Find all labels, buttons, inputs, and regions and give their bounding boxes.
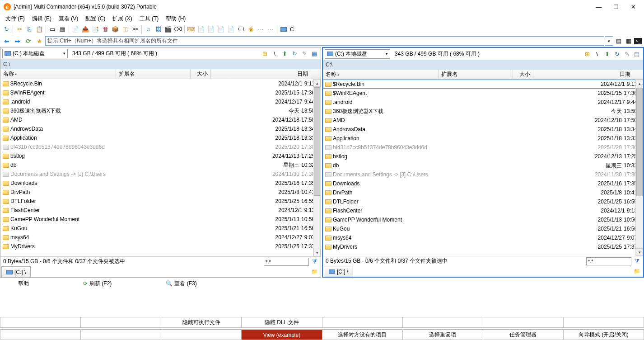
refresh-panel-icon[interactable]: ↻ bbox=[290, 49, 299, 58]
wand-icon[interactable]: ✎ bbox=[300, 49, 309, 58]
new-file-icon[interactable]: 📄 bbox=[71, 25, 80, 34]
doc3-icon[interactable]: 📄 bbox=[216, 25, 225, 34]
dots-icon[interactable]: ⋯ bbox=[256, 25, 265, 34]
select-all-icon[interactable]: ▦ bbox=[58, 25, 67, 34]
maximize-button[interactable]: ☐ bbox=[611, 2, 621, 11]
file-row[interactable]: $WinREAgent 2025/1/1517:36 bbox=[0, 88, 321, 97]
tree-icon[interactable]: ⊞ bbox=[583, 49, 592, 58]
minimize-button[interactable]: — bbox=[594, 2, 603, 11]
scroll-down-icon[interactable]: ▾ bbox=[636, 248, 643, 256]
col-size[interactable]: 大小 bbox=[513, 70, 533, 79]
scroll-thumb[interactable] bbox=[636, 88, 643, 196]
bottom-button[interactable]: 隐藏可执行文件 bbox=[161, 317, 242, 328]
col-size[interactable]: 大小 bbox=[191, 69, 211, 79]
kb-icon[interactable]: ⌨ bbox=[187, 25, 196, 34]
doc4-icon[interactable]: 📄 bbox=[226, 25, 235, 34]
forward-button[interactable]: ➡ bbox=[13, 36, 23, 46]
path-bar[interactable]: C:\ bbox=[323, 60, 643, 70]
address-dropdown[interactable]: ▾ bbox=[605, 36, 613, 46]
bottom-button[interactable] bbox=[0, 317, 81, 328]
file-list[interactable]: $Recycle.Bin 2024/12/19:11 $WinREAgent 2… bbox=[323, 80, 643, 256]
folder-icon[interactable]: 📁 bbox=[634, 268, 640, 274]
wand-icon[interactable]: ✎ bbox=[622, 49, 631, 58]
bottom-button[interactable] bbox=[81, 317, 161, 328]
drive-selector[interactable]: (C:) 本地磁盘 ▾ bbox=[325, 49, 390, 59]
tree-icon[interactable]: ⊞ bbox=[260, 49, 269, 58]
file-row[interactable]: DrvPath 2025/1/810:41 bbox=[0, 188, 321, 197]
file-row[interactable]: GamePP Wonderful Moment 2025/1/1310:56 bbox=[323, 215, 643, 224]
select-icon[interactable]: ▭ bbox=[48, 25, 57, 34]
col-name[interactable]: 名称▴ bbox=[323, 70, 439, 79]
file-row[interactable]: MyDrivers 2025/1/2517:37 bbox=[0, 242, 321, 251]
path-bar[interactable]: C:\ bbox=[0, 59, 321, 69]
folder-icon[interactable]: 📁 bbox=[311, 269, 318, 275]
help-button[interactable]: 帮助 bbox=[18, 280, 29, 288]
file-row[interactable]: db 星期三10:32 bbox=[323, 161, 643, 170]
package-icon[interactable]: 📦 bbox=[111, 25, 120, 34]
list-icon[interactable]: ▤ bbox=[310, 49, 319, 58]
col-ext[interactable]: 扩展名 bbox=[116, 69, 191, 79]
root-icon[interactable]: \ bbox=[593, 49, 602, 58]
menu-item[interactable]: 文件 (F) bbox=[3, 14, 28, 24]
bottom-button[interactable] bbox=[403, 317, 483, 328]
delete-icon[interactable]: 🗑 bbox=[101, 25, 110, 34]
list-icon[interactable]: ▤ bbox=[632, 49, 641, 58]
menu-item[interactable]: 帮助 (H) bbox=[163, 14, 188, 24]
file-row[interactable]: Downloads 2025/1/1617:35 bbox=[0, 179, 321, 188]
file-row[interactable]: Downloads 2025/1/1617:35 bbox=[323, 179, 643, 188]
monitor-icon[interactable]: 🖵 bbox=[236, 25, 245, 34]
file-row[interactable]: Documents and Settings -> [J] C:\Users 2… bbox=[0, 170, 321, 179]
bottom-button[interactable] bbox=[564, 317, 644, 328]
refresh-button[interactable]: ⟳刷新 (F2) bbox=[83, 280, 112, 288]
reload-button[interactable]: ⟳ bbox=[23, 36, 33, 46]
bottom-button[interactable]: 任务管理器 bbox=[483, 330, 564, 340]
file-row[interactable]: FlashCenter 2024/12/19:13 bbox=[323, 206, 643, 215]
file-row[interactable]: $WinREAgent 2025/1/1517:36 bbox=[323, 89, 643, 98]
copy-file-icon[interactable]: 📑 bbox=[91, 25, 100, 34]
doc2-icon[interactable]: 📄 bbox=[206, 25, 215, 34]
box-icon[interactable]: ◫ bbox=[121, 25, 130, 34]
image-icon[interactable]: 🖼 bbox=[154, 25, 163, 34]
share-icon[interactable]: ⚯ bbox=[131, 25, 140, 34]
color-icon[interactable]: ◉ bbox=[246, 25, 255, 34]
export-icon[interactable]: 📤 bbox=[81, 25, 90, 34]
filter-input[interactable] bbox=[264, 258, 309, 266]
scroll-down-icon[interactable]: ▾ bbox=[313, 249, 321, 256]
drive-selector[interactable]: (C:) 本地磁盘 ▾ bbox=[2, 49, 68, 58]
file-row[interactable]: DTLFolder 2025/1/2516:55 bbox=[0, 197, 321, 206]
file-row[interactable]: MyDrivers 2025/1/2517:37 bbox=[323, 242, 643, 251]
cut-icon[interactable]: ✂ bbox=[15, 25, 24, 34]
file-row[interactable]: bf431b7cc9b51374de78b96043e3dd6d 2025/1/… bbox=[0, 142, 321, 151]
file-row[interactable]: Application 2025/1/1813:33 bbox=[0, 133, 321, 142]
file-row[interactable]: .android 2024/12/179:44 bbox=[0, 97, 321, 106]
clear-icon[interactable]: ⌫ bbox=[173, 25, 182, 34]
bottom-button[interactable] bbox=[81, 330, 161, 340]
filter-input[interactable] bbox=[586, 257, 631, 265]
file-row[interactable]: KuGou 2025/1/2116:56 bbox=[323, 224, 643, 233]
file-row[interactable]: Documents and Settings -> [J] C:\Users 2… bbox=[323, 170, 643, 179]
menu-item[interactable]: 工具 (T) bbox=[137, 14, 162, 24]
scrollbar[interactable]: ▴ ▾ bbox=[313, 79, 321, 256]
bottom-button[interactable] bbox=[483, 317, 564, 328]
terminal-icon[interactable]: >_ bbox=[634, 38, 642, 44]
movie-icon[interactable]: 🎬 bbox=[163, 25, 173, 34]
menu-item[interactable]: 配置 (C) bbox=[83, 14, 108, 24]
file-row[interactable]: 360极速浏览器X下载 今天13:50 bbox=[323, 107, 643, 116]
menu-item[interactable]: 编辑 (E) bbox=[29, 14, 54, 24]
scroll-up-icon[interactable]: ▴ bbox=[636, 80, 643, 87]
file-row[interactable]: AMD 2024/12/1817:50 bbox=[0, 115, 321, 124]
file-row[interactable]: AndrowsData 2025/1/1813:34 bbox=[323, 125, 643, 134]
file-row[interactable]: GamePP Wonderful Moment 2025/1/1310:56 bbox=[0, 215, 321, 224]
scroll-up-icon[interactable]: ▴ bbox=[313, 79, 321, 87]
file-row[interactable]: 360极速浏览器X下载 今天13:50 bbox=[0, 106, 321, 115]
file-list[interactable]: $Recycle.Bin 2024/12/19:11 $WinREAgent 2… bbox=[0, 79, 321, 256]
file-row[interactable]: Application 2025/1/1813:33 bbox=[323, 134, 643, 143]
file-row[interactable]: bf431b7cc9b51374de78b96043e3dd6d 2025/1/… bbox=[323, 143, 643, 152]
file-row[interactable]: FlashCenter 2024/12/19:13 bbox=[0, 206, 321, 215]
file-row[interactable]: $Recycle.Bin 2024/12/19:11 bbox=[323, 80, 643, 89]
file-row[interactable]: db 星期三10:32 bbox=[0, 161, 321, 170]
drive-c-icon[interactable] bbox=[279, 25, 288, 34]
scroll-thumb[interactable] bbox=[314, 87, 320, 196]
file-row[interactable]: msys64 2024/12/279:07 bbox=[0, 233, 321, 242]
file-row[interactable]: bstlog 2024/12/1317:25 bbox=[0, 151, 321, 161]
